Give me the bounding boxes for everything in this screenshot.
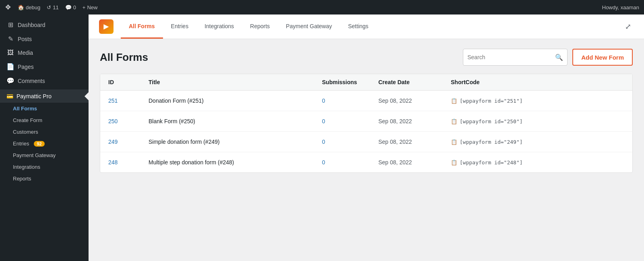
sidebar-item-media[interactable]: 🖼 Media	[0, 46, 89, 60]
admin-bar-updates[interactable]: ↺ 11	[47, 4, 58, 10]
cell-id-249: 249	[108, 138, 149, 145]
shortcode-doc-icon: 📋	[451, 139, 457, 145]
plugin-header: ► All Forms Entries Integrations Reports…	[89, 14, 644, 39]
paymattic-icon: 💳	[6, 93, 13, 99]
search-box[interactable]: 🔍	[463, 49, 568, 66]
col-header-id: ID	[108, 79, 149, 85]
sidebar-sub-create-form[interactable]: Create Form	[0, 114, 89, 126]
cell-title-251: Donation Form (#251)	[149, 97, 322, 104]
add-new-form-button[interactable]: Add New Form	[572, 49, 633, 66]
admin-bar-site[interactable]: 🏠 debug	[18, 4, 40, 10]
table-row: 249 Simple donation form (#249) 0 Sep 08…	[100, 132, 632, 152]
table-header: ID Title Submissions Create Date ShortCo…	[100, 74, 632, 91]
sidebar-sub-integrations[interactable]: Integrations	[0, 161, 89, 173]
submissions-link-248[interactable]: 0	[322, 159, 325, 166]
submissions-link-251[interactable]: 0	[322, 97, 325, 104]
main-content: ► All Forms Entries Integrations Reports…	[89, 14, 644, 261]
sidebar-item-posts[interactable]: ✎ Posts	[0, 32, 89, 46]
plugin-nav: All Forms Entries Integrations Reports P…	[121, 14, 376, 39]
sidebar-sub-all-forms[interactable]: All Forms	[0, 103, 89, 114]
forms-table: ID Title Submissions Create Date ShortCo…	[100, 74, 633, 173]
cell-submissions-250: 0	[322, 118, 378, 125]
plugin-logo: ►	[98, 19, 114, 35]
cell-title-249: Simple donation form (#249)	[149, 139, 322, 145]
cell-shortcode-251: 📋 [wppayform id="251"]	[451, 98, 624, 104]
admin-bar-new[interactable]: + New	[83, 4, 98, 10]
form-id-link-249[interactable]: 249	[108, 139, 118, 145]
sidebar-sub-reports[interactable]: Reports	[0, 173, 89, 184]
home-icon: 🏠	[18, 4, 24, 10]
posts-icon: ✎	[6, 35, 14, 43]
cell-submissions-251: 0	[322, 97, 378, 104]
cell-id-251: 251	[108, 97, 149, 104]
plus-icon: +	[83, 4, 86, 10]
sidebar-item-dashboard[interactable]: ⊞ Dashboard	[0, 18, 89, 32]
table-row: 251 Donation Form (#251) 0 Sep 08, 2022 …	[100, 91, 632, 111]
cell-shortcode-249: 📋 [wppayform id="249"]	[451, 139, 624, 145]
expand-icon[interactable]: ⤢	[622, 19, 634, 34]
sidebar-sub-customers[interactable]: Customers	[0, 126, 89, 138]
cell-date-248: Sep 08, 2022	[378, 159, 451, 166]
comments-icon: 💬	[6, 77, 14, 85]
sidebar-sub-entries[interactable]: Entries 92	[0, 138, 89, 149]
page-title: All Forms	[100, 51, 148, 64]
dashboard-icon: ⊞	[6, 21, 14, 29]
cell-date-250: Sep 08, 2022	[378, 118, 451, 124]
admin-greeting: Howdy, xaaman	[602, 4, 639, 10]
col-header-title: Title	[149, 79, 322, 85]
col-header-date: Create Date	[378, 79, 451, 85]
form-id-link-248[interactable]: 248	[108, 159, 118, 166]
nav-tab-integrations[interactable]: Integrations	[196, 14, 242, 39]
page-content: All Forms 🔍 Add New Form ID Title Submis…	[89, 39, 644, 261]
admin-bar-comments[interactable]: 💬 0	[65, 4, 76, 10]
sidebar-item-comments[interactable]: 💬 Comments	[0, 74, 89, 88]
media-icon: 🖼	[6, 49, 14, 56]
col-header-submissions: Submissions	[322, 79, 378, 85]
sidebar-item-pages[interactable]: 📄 Pages	[0, 60, 89, 74]
search-icon: 🔍	[555, 54, 563, 61]
comment-icon: 💬	[65, 4, 72, 10]
cell-title-248: Multiple step donation form (#248)	[149, 159, 322, 166]
cell-date-249: Sep 08, 2022	[378, 139, 451, 145]
sidebar: ⊞ Dashboard ✎ Posts 🖼 Media 📄 Pages 💬 Co…	[0, 14, 89, 261]
shortcode-doc-icon: 📋	[451, 98, 457, 104]
nav-tab-settings[interactable]: Settings	[340, 14, 377, 39]
cell-submissions-248: 0	[322, 159, 378, 166]
cell-id-248: 248	[108, 159, 149, 166]
pages-icon: 📄	[6, 63, 14, 70]
search-input[interactable]	[467, 54, 555, 60]
layout: ⊞ Dashboard ✎ Posts 🖼 Media 📄 Pages 💬 Co…	[0, 14, 644, 261]
sidebar-item-paymattic[interactable]: 💳 Paymattic Pro	[0, 90, 89, 103]
paymattic-section: 💳 Paymattic Pro All Forms Create Form Cu…	[0, 89, 89, 184]
nav-tab-all-forms[interactable]: All Forms	[121, 14, 163, 39]
cell-shortcode-250: 📋 [wppayform id="250"]	[451, 118, 624, 124]
page-header: All Forms 🔍 Add New Form	[100, 49, 633, 66]
table-row: 248 Multiple step donation form (#248) 0…	[100, 152, 632, 172]
entries-badge: 92	[34, 141, 44, 147]
refresh-icon: ↺	[47, 4, 51, 10]
cell-id-250: 250	[108, 118, 149, 125]
form-id-link-251[interactable]: 251	[108, 97, 118, 104]
cell-date-251: Sep 08, 2022	[378, 97, 451, 104]
nav-tab-entries[interactable]: Entries	[163, 14, 197, 39]
paymattic-arrow	[85, 92, 89, 100]
table-row: 250 Blank Form (#250) 0 Sep 08, 2022 📋 […	[100, 111, 632, 132]
nav-tab-reports[interactable]: Reports	[242, 14, 278, 39]
plugin-logo-icon: ►	[99, 19, 114, 34]
submissions-link-250[interactable]: 0	[322, 118, 325, 124]
form-id-link-250[interactable]: 250	[108, 118, 118, 124]
cell-shortcode-248: 📋 [wppayform id="248"]	[451, 160, 624, 166]
cell-title-250: Blank Form (#250)	[149, 118, 322, 124]
shortcode-doc-icon: 📋	[451, 118, 457, 124]
nav-tab-payment-gateway[interactable]: Payment Gateway	[278, 14, 340, 39]
admin-bar: ❖ 🏠 debug ↺ 11 💬 0 + New Howdy, xaaman	[0, 0, 644, 14]
header-actions: 🔍 Add New Form	[463, 49, 633, 66]
cell-submissions-249: 0	[322, 138, 378, 145]
submissions-link-249[interactable]: 0	[322, 139, 325, 145]
wp-logo-icon[interactable]: ❖	[5, 3, 11, 12]
shortcode-doc-icon: 📋	[451, 160, 457, 166]
col-header-shortcode: ShortCode	[451, 79, 624, 85]
sidebar-sub-payment-gateway[interactable]: Payment Gateway	[0, 149, 89, 161]
